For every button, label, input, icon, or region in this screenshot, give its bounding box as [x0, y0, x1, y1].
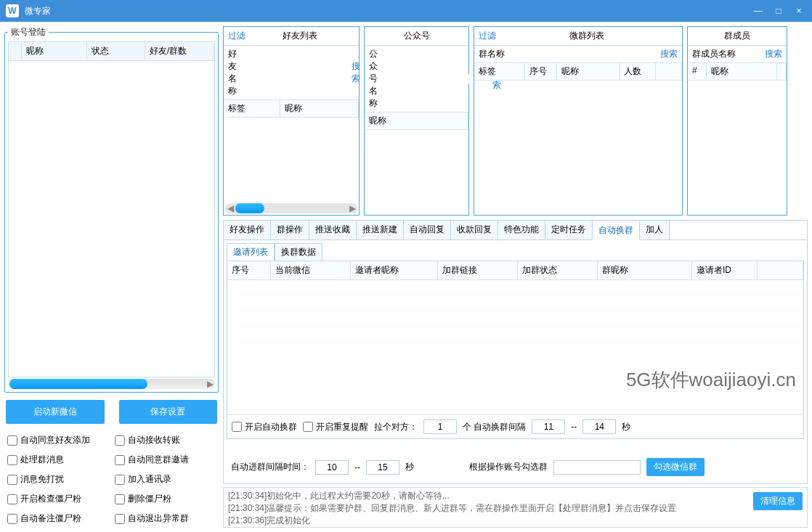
chk-auto-accept-group-invite[interactable]: 自动同意群邀请 — [115, 454, 216, 466]
groups-col-count[interactable]: 人数 — [620, 63, 656, 80]
friends-panel: 过滤 好友列表 好友名称 搜索 标签 昵称 ◀ ▶ — [223, 26, 360, 216]
close-button[interactable]: × — [792, 4, 806, 18]
tab-推送收藏[interactable]: 推送收藏 — [309, 221, 357, 240]
scroll-thumb[interactable] — [9, 379, 147, 389]
groups-col-blank — [656, 63, 682, 80]
groups-panel: 过滤 微群列表 群名称 搜索 标签 序号 昵称 人数 — [474, 26, 683, 216]
select-by-acct-input[interactable] — [553, 460, 641, 475]
log-line: [21:30:34]温馨提示：如果需要护群、回复群消息、新人进群等，需在群操作里… — [228, 502, 803, 515]
gcol-inviter-nick[interactable]: 邀请者昵称 — [351, 261, 438, 279]
minimize-button[interactable]: — — [751, 4, 766, 18]
official-col-nick[interactable]: 昵称 — [365, 112, 468, 129]
inner-tab-换群数据[interactable]: 换群数据 — [275, 243, 322, 261]
friends-col-tag[interactable]: 标签 — [224, 100, 280, 117]
clear-log-button[interactable]: 清理信息 — [753, 492, 803, 510]
tab-群操作[interactable]: 群操作 — [271, 221, 309, 240]
groups-title: 微群列表 — [496, 30, 678, 42]
official-title: 公众号 — [369, 30, 464, 42]
scroll-thumb[interactable] — [235, 203, 264, 213]
members-title: 群成员 — [692, 30, 782, 42]
friends-search-link[interactable]: 搜索 — [352, 60, 360, 85]
gcol-curwx[interactable]: 当前微信 — [271, 261, 351, 279]
members-panel: 群成员 群成员名称 搜索 # 昵称 — [687, 26, 787, 216]
pull-count-input[interactable] — [423, 420, 457, 434]
members-search-input[interactable] — [739, 49, 762, 60]
tab-收款回复[interactable]: 收款回复 — [451, 221, 498, 240]
chk-enable-switch[interactable]: 开启自动换群 — [232, 421, 297, 433]
log-box: [21:30:34]初始化中，此过程大约需要20秒，请耐心等待... [21:3… — [223, 487, 808, 528]
tab-定时任务[interactable]: 定时任务 — [545, 221, 593, 240]
account-login-group: 账号登陆 昵称 状态 好友/群数 ◀ ▶ — [4, 26, 219, 393]
tab-自动换群[interactable]: 自动换群 — [593, 221, 640, 240]
groups-search-link[interactable]: 搜索 — [660, 48, 678, 60]
account-hscroll[interactable]: ◀ ▶ — [8, 379, 215, 389]
tab-pane: 邀请列表换群数据 序号 当前微信 邀请者昵称 加群链接 加群状态 群昵称 邀请者… — [223, 240, 808, 484]
gcol-seq[interactable]: 序号 — [227, 261, 271, 279]
friends-search-input[interactable] — [240, 67, 349, 78]
groups-col-nick[interactable]: 昵称 — [557, 63, 620, 80]
chk-auto-accept-transfer[interactable]: 自动接收转账 — [115, 434, 216, 446]
chk-check-zombie[interactable]: 开启检查僵尸粉 — [7, 493, 109, 505]
dash1: -- — [571, 422, 577, 432]
gcol-join-status[interactable]: 加群状态 — [518, 261, 598, 279]
chk-note-zombie[interactable]: 自动备注僵尸粉 — [7, 512, 109, 525]
start-wechat-button[interactable]: 启动新微信 — [6, 400, 105, 424]
tab-特色功能[interactable]: 特色功能 — [498, 221, 545, 240]
groups-body — [474, 81, 682, 215]
account-table: 昵称 状态 好友/群数 — [8, 41, 215, 377]
gcol-group-nick[interactable]: 群昵称 — [598, 261, 692, 279]
chk-enable-remind[interactable]: 开启重复提醒 — [303, 421, 368, 433]
chk-del-zombie[interactable]: 删除僵尸粉 — [115, 493, 216, 505]
interval-to-input[interactable] — [582, 420, 616, 434]
groups-col-tag[interactable]: 标签 — [474, 63, 525, 80]
sec2: 秒 — [405, 461, 414, 473]
members-body — [688, 81, 787, 215]
col-status[interactable]: 状态 — [87, 42, 145, 61]
inner-pane: 序号 当前微信 邀请者昵称 加群链接 加群状态 群昵称 邀请者ID 5G软件wo… — [227, 261, 804, 439]
friends-col-nick[interactable]: 昵称 — [280, 100, 359, 117]
groups-col-seq[interactable]: 序号 — [525, 63, 557, 80]
tab-推送新建[interactable]: 推送新建 — [357, 221, 404, 240]
watermark: 5G软件woaijiaoyi.cn — [626, 367, 796, 393]
join-to-input[interactable] — [366, 460, 399, 475]
account-table-body — [9, 61, 214, 359]
select-wx-button[interactable]: 勾选微信群 — [646, 458, 705, 476]
chk-add-contacts[interactable]: 加入通讯录 — [115, 473, 216, 486]
scroll-right-icon[interactable]: ▶ — [205, 379, 215, 389]
gcol-join-link[interactable]: 加群链接 — [438, 261, 518, 279]
friends-hscroll[interactable]: ◀ ▶ — [225, 203, 357, 213]
maximize-button[interactable]: □ — [771, 4, 786, 18]
pull-label-b: 个 自动换群间隔 — [463, 421, 526, 433]
gcol-blank — [758, 261, 803, 279]
scroll-left-icon[interactable]: ◀ — [225, 203, 235, 213]
chk-msg-no-disturb[interactable]: 消息免打扰 — [7, 473, 109, 486]
tab-好友操作[interactable]: 好友操作 — [224, 221, 271, 240]
scroll-right-icon[interactable]: ▶ — [347, 203, 357, 213]
chk-handle-group-msg[interactable]: 处理群消息 — [7, 454, 109, 466]
groups-name-label: 群名称 — [479, 48, 505, 60]
col-nick[interactable]: 昵称 — [22, 42, 87, 61]
friends-filter-link[interactable]: 过滤 — [228, 30, 245, 42]
log-line: [21:30:34]初始化中，此过程大约需要20秒，请耐心等待... — [228, 490, 803, 502]
interval-from-input[interactable] — [532, 420, 565, 434]
save-settings-button[interactable]: 保存设置 — [119, 400, 218, 424]
chk-auto-quit-abnormal[interactable]: 自动退出异常群 — [115, 512, 216, 525]
dash2: -- — [354, 462, 360, 472]
tab-自动回复[interactable]: 自动回复 — [404, 221, 451, 240]
official-panel: 公众号 公众号名称 搜索 昵称 — [364, 26, 469, 216]
chk-auto-accept-friend[interactable]: 自动同意好友添加 — [7, 434, 109, 446]
col-count[interactable]: 好友/群数 — [145, 42, 214, 61]
members-col-idx[interactable]: # — [688, 63, 707, 80]
app-title: 微专家 — [25, 5, 751, 17]
tab-加人[interactable]: 加人 — [640, 221, 670, 240]
groups-filter-link[interactable]: 过滤 — [479, 30, 496, 42]
gcol-inviter-id[interactable]: 邀请者ID — [692, 261, 758, 279]
join-from-input[interactable] — [315, 460, 349, 475]
members-col-nick[interactable]: 昵称 — [707, 63, 777, 80]
grid-body: 5G软件woaijiaoyi.cn — [227, 280, 803, 414]
account-legend: 账号登陆 — [8, 26, 49, 38]
inner-tab-邀请列表[interactable]: 邀请列表 — [227, 243, 275, 261]
members-search-link[interactable]: 搜索 — [765, 48, 782, 60]
groups-search-input[interactable] — [508, 49, 657, 60]
official-body — [365, 130, 468, 215]
